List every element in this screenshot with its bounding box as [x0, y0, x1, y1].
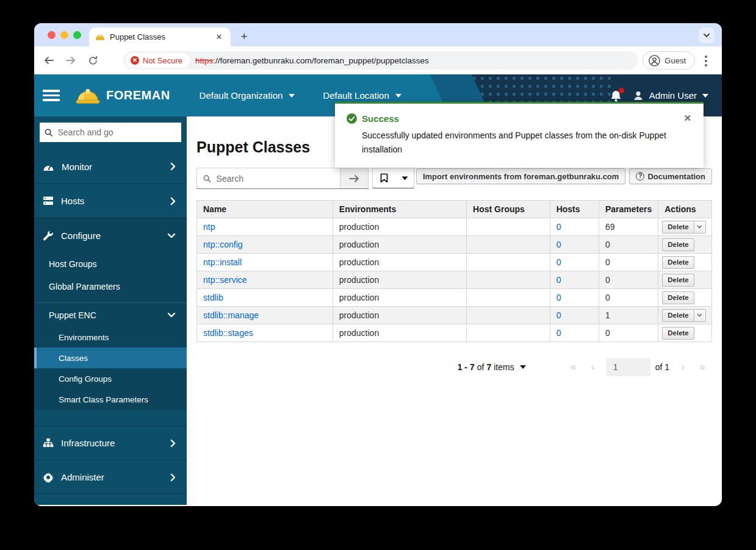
hosts-count-link[interactable]: 0 — [556, 222, 561, 232]
puppet-classes-table: Name Environments Host Groups Hosts Para… — [196, 200, 712, 342]
class-link[interactable]: ntp::install — [203, 257, 242, 267]
current-page-input[interactable] — [607, 358, 650, 376]
previous-page-button[interactable]: ‹ — [583, 361, 603, 373]
sidebar-item-label: Monitor — [62, 162, 163, 172]
bookmark-caret-button[interactable] — [395, 168, 414, 188]
delete-button[interactable]: Delete — [662, 291, 694, 304]
sidebar-item-infrastructure[interactable]: Infrastructure — [34, 426, 187, 460]
hosts-count-link[interactable]: 0 — [556, 293, 561, 302]
table-row: stdlib::stages production 0 0 Delete — [197, 324, 712, 342]
address-bar[interactable]: ✕ Not Secure https://foreman.getbunraku.… — [123, 51, 638, 70]
sidebar-item-host-groups[interactable]: Host Groups — [34, 252, 187, 275]
class-link[interactable]: ntp::service — [203, 275, 247, 285]
parameters-cell: 0 — [599, 236, 658, 254]
location-menu[interactable]: Default Location — [323, 90, 401, 101]
tab-search-button[interactable] — [699, 27, 715, 43]
delete-caret-button[interactable] — [694, 309, 706, 322]
search-and-go-input[interactable] — [58, 127, 177, 137]
chevron-right-icon — [170, 473, 176, 482]
organization-label: Default Organization — [200, 90, 283, 101]
sidebar-item-puppet-enc[interactable]: Puppet ENC — [34, 302, 187, 327]
browser-tab[interactable]: Puppet Classes ✕ — [89, 27, 231, 46]
sidebar-item-label: Puppet ENC — [49, 310, 167, 320]
class-link[interactable]: ntp::config — [203, 240, 243, 249]
notifications-button[interactable] — [610, 90, 622, 102]
hosts-count-link[interactable]: 0 — [556, 240, 561, 249]
infrastructure-sitemap-icon — [43, 438, 54, 448]
class-link[interactable]: stdlib — [203, 293, 223, 302]
column-header-name[interactable]: Name — [197, 201, 333, 218]
sidebar-item-administer[interactable]: Administer — [34, 460, 187, 494]
sidebar-item-hosts[interactable]: Hosts — [34, 184, 187, 218]
environments-cell: production — [333, 271, 466, 289]
hosts-count-link[interactable]: 0 — [556, 310, 561, 320]
sidebar-item-config-groups[interactable]: Config Groups — [34, 368, 187, 389]
delete-button[interactable]: Delete — [662, 327, 694, 340]
bookmark-button[interactable] — [373, 168, 395, 188]
search-input[interactable] — [217, 174, 334, 184]
delete-caret-button[interactable] — [694, 221, 706, 234]
sidebar-item-configure[interactable]: Configure — [34, 218, 187, 252]
minimize-window-button[interactable] — [60, 31, 68, 39]
forward-button[interactable] — [62, 52, 79, 69]
caret-down-icon — [289, 94, 295, 98]
class-link[interactable]: ntp — [203, 222, 215, 232]
sidebar-item-monitor[interactable]: Monitor — [34, 149, 187, 184]
sidebar-item-classes[interactable]: Classes — [34, 348, 187, 368]
import-environments-button[interactable]: Import environments from foreman.getbunr… — [416, 168, 625, 184]
hosts-count-link[interactable]: 0 — [556, 275, 561, 285]
sidebar-item-environments[interactable]: Environments — [34, 327, 187, 348]
user-menu[interactable]: Admin User — [633, 90, 708, 101]
delete-button[interactable]: Delete — [662, 256, 694, 269]
delete-button[interactable]: Delete — [662, 309, 694, 322]
profile-button[interactable]: Guest — [643, 51, 695, 70]
documentation-button[interactable]: ? Documentation — [629, 168, 712, 184]
environments-cell: production — [333, 254, 466, 271]
profile-label: Guest — [664, 56, 686, 65]
check-circle-icon — [347, 113, 357, 124]
tab-close-icon[interactable]: ✕ — [214, 32, 225, 43]
organization-menu[interactable]: Default Organization — [200, 90, 295, 101]
next-page-button[interactable]: › — [673, 361, 693, 373]
column-header-environments[interactable]: Environments — [333, 201, 466, 218]
security-chip[interactable]: ✕ Not Secure — [126, 53, 190, 68]
sidebar-item-smart-class-parameters[interactable]: Smart Class Parameters — [34, 389, 187, 410]
parameters-cell: 0 — [599, 271, 658, 289]
class-link[interactable]: stdlib::stages — [203, 328, 253, 338]
parameters-cell: 0 — [599, 254, 658, 271]
favicon-hardhat-icon — [95, 32, 105, 42]
chevron-down-icon — [167, 233, 176, 238]
location-label: Default Location — [323, 90, 389, 101]
sidebar-item-label: Classes — [59, 354, 88, 363]
toast-title: Success — [362, 113, 399, 124]
close-window-button[interactable] — [48, 31, 56, 39]
last-page-button[interactable]: » — [693, 361, 712, 373]
back-button[interactable] — [40, 52, 57, 69]
browser-menu-button[interactable] — [700, 54, 712, 68]
first-page-button[interactable]: « — [564, 361, 583, 373]
nav-toggle-button[interactable] — [43, 90, 60, 101]
delete-button[interactable]: Delete — [662, 238, 694, 251]
sidebar-bottom-divider — [34, 493, 187, 494]
vertical-nav-search[interactable] — [40, 123, 181, 142]
page-count-label: of 1 — [655, 362, 669, 372]
class-link[interactable]: stdlib::manage — [203, 310, 259, 320]
sidebar-item-global-parameters[interactable]: Global Parameters — [34, 275, 187, 298]
toast-close-icon[interactable]: ✕ — [683, 113, 691, 124]
hosts-count-link[interactable]: 0 — [556, 257, 561, 267]
new-tab-button[interactable]: + — [237, 29, 251, 44]
delete-button[interactable]: Delete — [662, 274, 694, 287]
table-row: stdlib production 0 0 Delete — [197, 289, 712, 307]
reload-button[interactable] — [84, 52, 101, 69]
search-submit-button[interactable] — [340, 168, 369, 188]
sidebar-item-label: Global Parameters — [49, 282, 120, 291]
browser-toolbar: ✕ Not Secure https://foreman.getbunraku.… — [34, 46, 722, 74]
hosts-count-link[interactable]: 0 — [556, 328, 561, 338]
environments-cell: production — [333, 324, 466, 342]
delete-button[interactable]: Delete — [662, 221, 694, 234]
maximize-window-button[interactable] — [73, 31, 81, 39]
foreman-logo[interactable]: FOREMAN — [74, 85, 170, 106]
pagination-summary-menu[interactable]: 1 - 7 of 7 items — [458, 362, 526, 372]
tab-title: Puppet Classes — [110, 32, 209, 41]
sidebar-item-label: Infrastructure — [61, 438, 163, 448]
